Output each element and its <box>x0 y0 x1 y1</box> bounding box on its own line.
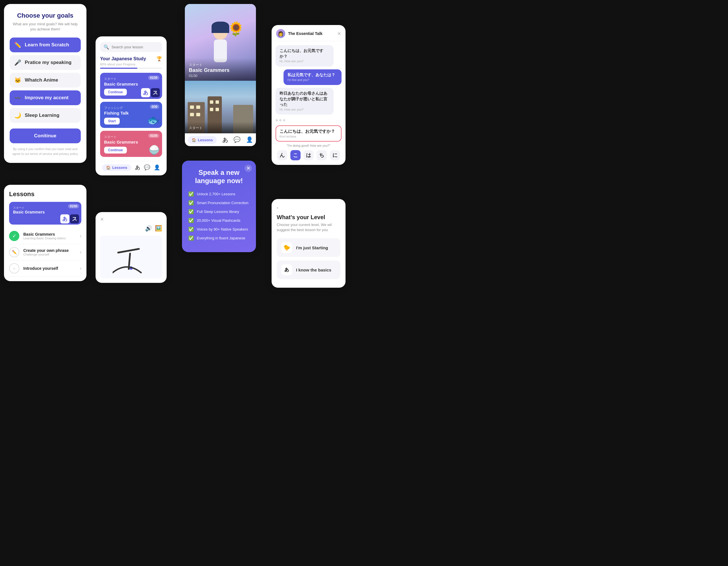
level-basics-label: I know the basics <box>296 268 331 272</box>
lesson-list-item-2[interactable]: ✏️ Create your own phrase Challenge your… <box>9 244 81 261</box>
goal-practice-speaking[interactable]: 🎤 Pratice my speaking <box>10 55 81 70</box>
kana-key-ni[interactable]: に <box>330 150 340 160</box>
chat-input-romaji: Kon'nichiwa <box>280 135 338 138</box>
speaker-icon[interactable]: 🔊 <box>145 225 152 232</box>
level-title: What's your Level <box>277 214 340 221</box>
chevron-right-1: › <box>80 234 81 239</box>
lesson-list-item-1[interactable]: ✓ Basic Grammers Learning Basic Drawing … <box>9 228 81 244</box>
search-icon: 🔍 <box>104 44 109 50</box>
promo-close-button[interactable]: ✕ <box>245 165 252 172</box>
continue-button[interactable]: Conitinue <box>10 129 81 143</box>
nav-lessons[interactable]: 🏠 Lessons <box>102 164 131 171</box>
check-icon-3: ✅ <box>188 209 194 214</box>
kana-key-ha[interactable]: は <box>303 150 314 160</box>
chat-typing-indicator <box>272 117 346 123</box>
promo-item-1: ✅ Unlock 2,700+ Lessons <box>188 191 250 197</box>
chat-header: 👩 The Essential Talk ✕ <box>272 25 346 41</box>
stroke-close-button[interactable]: ✕ <box>100 217 162 222</box>
dot-2 <box>279 119 282 121</box>
anime-jp-label: スタート <box>189 63 252 67</box>
study-title: Your Japanese Study <box>100 56 146 61</box>
promo-panel: ✕ Speak a new language now! ✅ Unlock 2,7… <box>182 161 256 252</box>
nav-profile[interactable]: 👤 <box>154 164 160 171</box>
goal-sleep-learning[interactable]: 🌙 Sleep Learning <box>10 108 81 123</box>
goal-watch-anime[interactable]: 🐱 Whatch Anime <box>10 73 81 88</box>
chat-avatar: 👩 <box>276 29 285 38</box>
chat-jp-3: 昨日あなたのお母さんはあなたが調子が悪いと私に言った <box>280 91 330 108</box>
lesson-check-1: ✓ <box>9 231 19 241</box>
lesson-name-1: Basic Grammers <box>23 232 76 237</box>
lesson-continue-btn-1[interactable]: Continue <box>104 89 127 96</box>
image-icon[interactable]: 🖼️ <box>155 225 162 232</box>
lesson-circle-3: ○ <box>9 263 19 274</box>
dot-1 <box>276 119 278 121</box>
kana-key-n[interactable]: ん <box>277 150 287 160</box>
search-bar[interactable]: 🔍 <box>100 42 162 52</box>
lesson-badge-1: 01/30 <box>148 76 159 80</box>
chat-close-button[interactable]: ✕ <box>337 31 341 36</box>
promo-title: Speak a new language now! <box>188 169 250 185</box>
chat-nav-icon: 💬 <box>144 164 150 171</box>
lesson-title-3: Basic Grammers <box>104 140 158 144</box>
lesson-info-2: Create your own phrase Challenge yoursel… <box>23 248 76 256</box>
girl-hair <box>212 22 229 33</box>
stroke-panel: ✕ 🔊 🖼️ <box>96 212 167 283</box>
lessons-kanji-block: あ ス <box>60 214 79 224</box>
lesson-desc-1: Learning Basic Drawing letters <box>23 237 76 240</box>
progress-bar-wrap <box>100 68 162 69</box>
chat-en-2: I'm fine and you? <box>288 78 338 82</box>
chat-hint: "I'm doing good! How are you?" <box>272 144 346 147</box>
girl-head <box>213 24 227 40</box>
kanji-block-3: 🍚 <box>148 144 160 155</box>
home-icon-anime: 🏠 <box>192 138 196 142</box>
anime-nav-kana[interactable]: あ <box>222 136 228 144</box>
scenic-image: スタート <box>185 81 256 133</box>
lessons-kana-su: ス <box>70 214 79 224</box>
chat-input-area[interactable]: こんにちは、お元気ですか？ Kon'nichiwa <box>276 125 342 142</box>
stroke-icons: 🔊 🖼️ <box>100 225 162 232</box>
check-icon-6: ✅ <box>188 236 194 241</box>
nav-kana[interactable]: あ <box>135 164 140 171</box>
chat-en-1: Hi, How are you? <box>280 59 330 63</box>
kana-nav-icon: あ <box>135 164 140 171</box>
kana-key-ko[interactable]: こ <box>290 150 301 160</box>
lesson-start-btn-2[interactable]: Start <box>104 118 120 125</box>
anime-num: 01/30 <box>189 74 252 78</box>
anime-nav-lessons[interactable]: 🏠 Lessons <box>188 136 217 144</box>
stroke-line-1 <box>117 248 140 254</box>
level-option-basics[interactable]: あ I know the basics <box>277 261 340 279</box>
back-button[interactable]: ‹ <box>277 205 340 211</box>
level-panel: ‹ What's your Level Choose your current … <box>272 199 346 288</box>
lesson-card-1: 01/30 スタート Basic Grammers Continue あ ス <box>100 73 162 99</box>
chat-input-jp: こんにちは、お元気ですか？ <box>280 129 338 134</box>
goal-improve-accent[interactable]: 〰️ Improve my accent <box>10 90 81 105</box>
lessons-kana-a: あ <box>60 214 69 224</box>
lessons-card-title: Basic Grammers <box>13 210 77 214</box>
goal-learn-scratch[interactable]: ✏️ Learn from Scratch <box>10 38 81 52</box>
anime-nav-chat[interactable]: 💬 <box>233 136 241 144</box>
promo-item-4: ✅ 20,000+ Visual Flashcards <box>188 218 250 223</box>
chat-title: The Essential Talk <box>288 31 334 36</box>
lessons-title: Lessons <box>9 191 81 198</box>
chat-jp-1: こんにちは、お元気ですか？ <box>280 48 330 59</box>
basics-icon: あ <box>281 265 292 275</box>
trophy-icon: 🏆 <box>156 56 162 61</box>
stroke-canvas[interactable] <box>100 236 162 278</box>
search-input[interactable] <box>111 45 159 49</box>
lesson-circle-2: ✏️ <box>9 247 19 257</box>
anime-overlay: スタート Basic Grammers 01/30 <box>185 58 256 81</box>
chat-msg-3: 昨日あなたのお母さんはあなたが調子が悪いと私に言った Hi, How are y… <box>276 88 334 115</box>
promo-item-2: ✅ Smart Pronunciation Correction <box>188 200 250 206</box>
level-subtitle: Choose your current level, We wil sugges… <box>277 222 340 233</box>
anime-icon: 🐱 <box>14 77 21 84</box>
lesson-list-item-3[interactable]: ○ Introduce yourself › <box>9 261 81 277</box>
moon-icon: 🌙 <box>14 112 21 119</box>
lesson-continue-btn-3[interactable]: Continue <box>104 147 127 154</box>
anime-nav-profile[interactable]: 👤 <box>246 136 253 144</box>
dot-3 <box>283 119 285 121</box>
mic-icon: 🎤 <box>14 59 21 66</box>
level-option-starting[interactable]: 🐤 I'm just Starting <box>277 238 340 257</box>
nav-chat[interactable]: 💬 <box>144 164 150 171</box>
kana-key-chi[interactable]: ち <box>317 150 327 160</box>
lesson-badge-3: 01/30 <box>148 134 159 138</box>
